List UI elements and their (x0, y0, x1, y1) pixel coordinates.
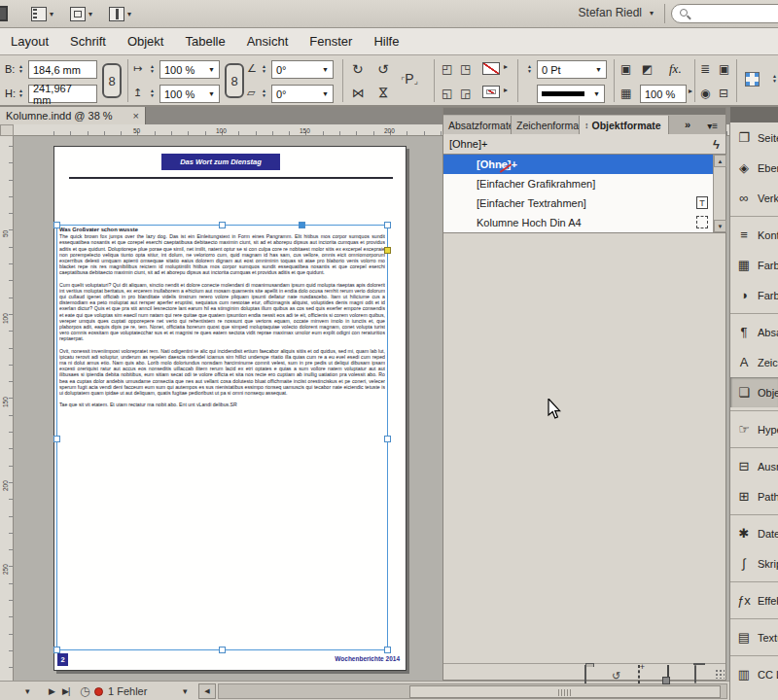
stroke-weight-stepper[interactable]: ▲▼ (524, 60, 535, 78)
effects-fx-button[interactable]: fx. (669, 61, 682, 77)
frame-handle-bottom-left[interactable] (53, 647, 60, 653)
wrap-jump-button[interactable]: ⊟ (719, 87, 728, 100)
document-tab[interactable]: Kolumne.indd @ 38 % × (0, 107, 146, 124)
new-style-group-button[interactable] (584, 666, 586, 683)
preflight-icon[interactable]: ◷ (80, 682, 89, 700)
flip-vertical-button[interactable]: ⋈ (376, 87, 391, 99)
height-stepper[interactable]: ▲▼ (16, 85, 26, 102)
scale-x-stepper[interactable]: ▲▼ (147, 60, 158, 78)
frame-handle-top-right[interactable] (384, 222, 391, 228)
live-corner-handle[interactable] (384, 247, 391, 254)
scroll-up-icon[interactable]: ▲ (714, 155, 726, 167)
dock-panel-item[interactable]: ∫ Skripte (730, 548, 778, 578)
style-row-textrahmen[interactable]: [Einfacher Textrahmen] T (443, 193, 725, 213)
frame-handle-top-left[interactable] (53, 222, 60, 228)
dock-panel-item[interactable] (730, 407, 778, 414)
menu-item[interactable]: Objekt (117, 34, 175, 49)
dock-header[interactable] (730, 107, 778, 122)
fill-menu-arrow-icon[interactable]: ▸ (504, 62, 508, 71)
dock-panel-item[interactable]: ▥ CC Libraries (730, 659, 778, 689)
select-next-button[interactable]: ◲ (460, 87, 471, 100)
frame-handle-top-center[interactable] (219, 222, 226, 228)
rotate-ccw-button[interactable]: ↺ (377, 61, 389, 77)
wrap-none-button[interactable]: ≣ (700, 62, 710, 76)
scroll-down-icon[interactable]: ▼ (714, 220, 726, 232)
dock-panel-item[interactable]: ¶ Absatzformate (730, 317, 778, 347)
quick-apply-lightning-icon[interactable]: ϟ (713, 137, 720, 152)
arrange-documents-button[interactable]: ▾ (109, 4, 148, 24)
wrap-bounding-box-button[interactable]: ▣ (719, 62, 729, 76)
dock-panel-item[interactable]: ▦ Farbfelder (730, 250, 778, 280)
view-options-button[interactable]: ▾ (31, 4, 70, 24)
tab-zeichenformate[interactable]: Zeichenformate (512, 116, 580, 134)
style-row-ohne[interactable]: [Ohne]+ ✎ (443, 155, 725, 174)
shear-field[interactable]: 0° (271, 85, 334, 103)
fill-swatch[interactable] (482, 62, 500, 75)
frame-handle-bottom-right[interactable] (384, 647, 391, 653)
dock-panel-item[interactable] (730, 213, 778, 220)
search-input[interactable] (671, 4, 778, 23)
stroke-swatch[interactable] (482, 86, 500, 98)
dock-panel-item[interactable]: ⊟ Ausrichten (730, 451, 778, 481)
next-page-button[interactable]: ▶ (49, 682, 55, 700)
last-page-button[interactable]: ▶| (62, 682, 69, 700)
dock-panel-item[interactable]: ▤ Textumfluss (730, 622, 778, 652)
dock-panel-item[interactable] (730, 578, 778, 585)
frame-handle-mid-right[interactable] (384, 436, 391, 442)
selected-text-frame[interactable]: Was Großvater schon wusste The quick bro… (56, 225, 388, 650)
frame-handle-bottom-center[interactable] (219, 647, 226, 653)
scale-y-stepper[interactable]: ▲▼ (147, 85, 158, 102)
dock-panel-item[interactable]: ≡ Kontur (730, 220, 778, 250)
height-field[interactable]: 241,967 mm (28, 85, 97, 103)
scale-y-field[interactable]: 100 % (159, 85, 220, 103)
dock-panel-item[interactable]: ❏ Objektformate (730, 377, 778, 407)
dock-panel-item[interactable]: ☞ Hyperlinks (730, 414, 778, 444)
close-icon[interactable]: × (133, 110, 139, 122)
panel-resize-grip[interactable] (715, 669, 725, 679)
vertical-ruler[interactable]: 50 100 150 200 250 (0, 136, 14, 681)
ruler-origin-box[interactable] (0, 124, 14, 136)
dock-panel-item[interactable]: A Zeichenformate (730, 347, 778, 377)
scroll-left-button[interactable]: ◀ (198, 683, 216, 699)
dock-panel-item[interactable] (730, 615, 778, 622)
rotation-stepper[interactable]: ▲▼ (259, 60, 269, 78)
scrollbar-thumb[interactable] (409, 685, 721, 698)
horizontal-scrollbar[interactable] (218, 683, 727, 699)
dock-panel-item[interactable]: ⊞ Pathfinder (730, 481, 778, 511)
menu-item[interactable]: Layout (0, 34, 59, 49)
menu-item[interactable]: Tabelle (174, 34, 235, 49)
rotation-field[interactable]: 0° (271, 60, 334, 79)
tab-objektformate[interactable]: ↕ Objektformate (580, 116, 669, 134)
opacity-arrow-icon[interactable]: ▸ (689, 87, 692, 95)
width-field[interactable]: 184,6 mm (28, 60, 97, 79)
column-title-bar[interactable]: Das Wort zum Dienstag (161, 154, 280, 170)
delete-style-button[interactable] (694, 666, 696, 683)
dock-panel-item[interactable] (730, 511, 778, 518)
scale-x-field[interactable]: 100 % (159, 60, 220, 79)
clear-overrides-button[interactable]: ↺ (612, 666, 620, 683)
constrain-dimensions-icon[interactable]: 8 (102, 63, 122, 98)
stroke-menu-arrow-icon[interactable]: ▸ (504, 86, 508, 94)
flip-horizontal-button[interactable]: ⋈ (352, 86, 365, 100)
dock-panel-item[interactable]: ◑ Farbe (730, 280, 778, 310)
menu-item[interactable]: Hilfe (363, 34, 409, 49)
shear-stepper[interactable]: ▲▼ (259, 85, 269, 102)
dock-panel-item[interactable] (730, 310, 778, 317)
page-select-dropdown[interactable]: ▾ (25, 682, 30, 700)
dock-panel-item[interactable]: ❐ Seiten (730, 122, 778, 153)
style-row-grafikrahmen[interactable]: [Einfacher Grafikrahmen] (443, 174, 725, 193)
width-stepper[interactable]: ▲▼ (16, 60, 26, 78)
stroke-type-dropdown[interactable] (537, 85, 605, 103)
stroke-weight-field[interactable]: 0 Pt (537, 60, 607, 79)
screen-mode-button[interactable]: ▾ (70, 4, 109, 24)
corner-options-icon[interactable] (745, 72, 760, 87)
user-menu[interactable]: Stefan Riedl ▾ (579, 6, 654, 19)
tab-absatzformate[interactable]: Absatzformate (443, 116, 512, 134)
select-container-button[interactable]: ◰ (442, 62, 452, 76)
dock-panel-item[interactable]: ƒx Effekte (730, 585, 778, 615)
panel-menu-icon[interactable]: ▾≡ (707, 121, 718, 131)
opacity-field[interactable]: 100 % (640, 85, 687, 103)
frame-handle-solid[interactable] (299, 222, 305, 228)
gradient-feather-icon[interactable]: ◩ (642, 62, 653, 76)
transparency-icon[interactable]: ▦ (620, 87, 631, 100)
